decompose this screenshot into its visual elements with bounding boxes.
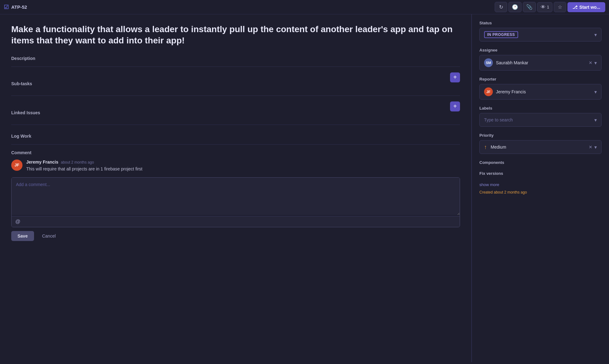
comment-item: JF Jeremy Francis about 2 months ago Thi…	[11, 160, 460, 172]
comment-textarea[interactable]	[12, 178, 460, 215]
clock-icon: 🕐	[512, 4, 518, 10]
comment-time: about 2 months ago	[61, 160, 94, 165]
divider-2	[11, 96, 460, 96]
refresh-button[interactable]: ↻	[495, 2, 507, 12]
labels-dropdown[interactable]: Type to search ▾	[479, 113, 602, 127]
reporter-dropdown[interactable]: JF Jeremy Francis ▾	[479, 84, 602, 100]
assignee-field: Assignee SM Saurabh Mankar ✕ ▾	[479, 48, 602, 71]
comment-body: Jeremy Francis about 2 months ago This w…	[26, 160, 142, 172]
watch-button[interactable]: 👁 1	[537, 2, 552, 12]
priority-select-inner: ↑ Medium	[484, 144, 589, 150]
comment-section: Comment JF Jeremy Francis about 2 months…	[11, 150, 460, 241]
created-text: Created about 2 months ago	[479, 190, 602, 194]
comment-text: This will require that all projects are …	[26, 166, 142, 172]
priority-field: Priority ↑ Medium ✕ ▾	[479, 133, 602, 154]
status-select-inner: IN PROGRESS	[484, 31, 594, 38]
star-icon: ☆	[558, 4, 562, 10]
start-work-button[interactable]: ⎇ Start wo...	[567, 2, 605, 12]
labels-placeholder: Type to search	[484, 117, 513, 122]
assignee-label: Assignee	[479, 48, 602, 52]
toolbar-title: ☑ ATP-52	[4, 4, 27, 11]
comment-actions: Save Cancel	[11, 231, 460, 241]
status-chevron-icon: ▾	[594, 32, 597, 38]
components-label: Components	[479, 160, 602, 165]
labels-label: Labels	[479, 106, 602, 111]
comment-meta: Jeremy Francis about 2 months ago	[26, 160, 142, 165]
assignee-name: Saurabh Mankar	[496, 60, 528, 65]
start-work-label: Start wo...	[579, 5, 600, 10]
assignee-dropdown[interactable]: SM Saurabh Mankar ✕ ▾	[479, 55, 602, 71]
at-mention-button[interactable]: @	[15, 219, 20, 224]
reporter-select-inner: JF Jeremy Francis	[484, 87, 594, 96]
main-container: Make a functionality that allows a leade…	[0, 14, 609, 362]
labels-chevron-icon: ▾	[594, 117, 597, 123]
assignee-chevron-icon: ▾	[594, 60, 597, 66]
cancel-comment-button[interactable]: Cancel	[37, 231, 61, 241]
subtasks-section: Sub-tasks +	[11, 72, 460, 90]
divider-1	[11, 66, 460, 67]
assignee-avatar: SM	[484, 58, 493, 67]
reporter-avatar: JF	[484, 87, 493, 96]
fix-versions-label: Fix versions	[479, 171, 602, 176]
add-linked-issue-button[interactable]: +	[450, 101, 460, 111]
show-more-link[interactable]: show more	[479, 182, 499, 187]
refresh-icon: ↻	[499, 4, 503, 10]
comment-header: Comment	[11, 150, 460, 155]
status-label: Status	[479, 21, 602, 25]
priority-value: Medium	[491, 145, 506, 150]
components-field: Components	[479, 160, 602, 165]
branch-icon: ⎇	[572, 5, 577, 10]
priority-clear-icon[interactable]: ✕	[589, 145, 592, 150]
checkbox-icon: ☑	[4, 4, 9, 11]
description-label: Description	[11, 56, 460, 61]
right-panel: Status IN PROGRESS ▾ Assignee SM Saurabh…	[472, 14, 609, 362]
issue-id: ATP-52	[11, 4, 27, 10]
priority-chevron-icon: ▾	[594, 144, 597, 150]
status-field: Status IN PROGRESS ▾	[479, 21, 602, 42]
reporter-chevron-icon: ▾	[594, 89, 597, 95]
fix-versions-field: Fix versions	[479, 171, 602, 176]
reporter-label: Reporter	[479, 77, 602, 81]
save-comment-button[interactable]: Save	[11, 231, 34, 241]
subtasks-label: Sub-tasks	[11, 81, 32, 86]
comment-author: Jeremy Francis	[26, 160, 58, 165]
priority-label: Priority	[479, 133, 602, 138]
divider-3	[11, 125, 460, 125]
labels-field: Labels Type to search ▾	[479, 106, 602, 127]
comment-input-wrapper: @	[11, 177, 460, 227]
reporter-name: Jeremy Francis	[496, 89, 526, 94]
star-button[interactable]: ☆	[554, 2, 566, 12]
divider-4	[11, 144, 460, 145]
log-work-label: Log Work	[11, 134, 460, 139]
labels-select-inner: Type to search	[484, 117, 594, 122]
attachment-button[interactable]: 📎	[523, 2, 536, 12]
reporter-field: Reporter JF Jeremy Francis ▾	[479, 77, 602, 100]
watch-count: 1	[547, 5, 549, 9]
clock-button[interactable]: 🕐	[508, 2, 522, 12]
assignee-select-inner: SM Saurabh Mankar	[484, 58, 589, 67]
priority-dropdown[interactable]: ↑ Medium ✕ ▾	[479, 140, 602, 154]
toolbar: ☑ ATP-52 ↻ 🕐 📎 👁 1 ☆ ⎇ Start wo...	[0, 0, 609, 14]
commenter-avatar: JF	[11, 160, 22, 171]
left-panel: Make a functionality that allows a leade…	[0, 14, 472, 362]
status-dropdown[interactable]: IN PROGRESS ▾	[479, 28, 602, 42]
eye-icon: 👁	[541, 4, 546, 10]
issue-title: Make a functionality that allows a leade…	[11, 24, 460, 47]
linked-issues-section: Linked Issues +	[11, 101, 460, 119]
status-badge: IN PROGRESS	[484, 31, 518, 38]
toolbar-actions: ↻ 🕐 📎 👁 1 ☆ ⎇ Start wo...	[495, 2, 605, 12]
priority-arrow-icon: ↑	[484, 144, 487, 150]
add-subtask-button[interactable]: +	[450, 72, 460, 82]
paperclip-icon: 📎	[526, 4, 532, 10]
linked-issues-label: Linked Issues	[11, 110, 40, 115]
comment-toolbar: @	[12, 216, 460, 227]
assignee-clear-icon[interactable]: ✕	[589, 60, 592, 65]
